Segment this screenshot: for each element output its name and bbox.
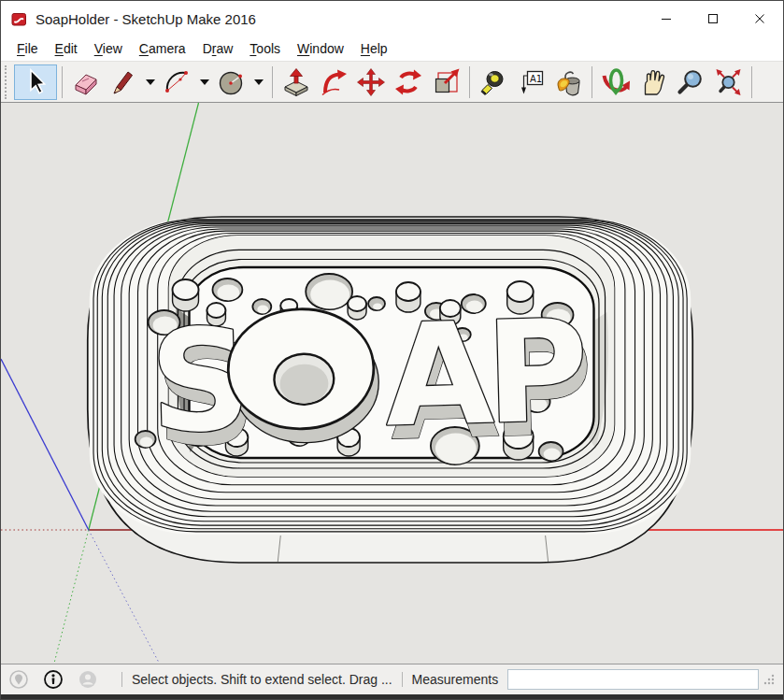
text-tool-button[interactable]: A1 <box>512 64 549 100</box>
select-tool-button[interactable] <box>14 64 57 100</box>
scale-tool-button[interactable] <box>427 64 464 100</box>
eraser-tool-button[interactable] <box>67 64 105 100</box>
pan-hand-icon <box>638 67 668 97</box>
move-tool-button[interactable] <box>352 64 390 100</box>
circle-tool-button[interactable] <box>213 64 250 100</box>
arc-tool-dropdown[interactable] <box>196 64 213 100</box>
circle-tool-dropdown[interactable] <box>250 64 267 100</box>
push-pull-icon <box>281 67 311 97</box>
pencil-icon <box>108 67 138 97</box>
zoom-tool-button[interactable] <box>672 64 709 100</box>
menu-item-draw[interactable]: Draw <box>194 39 242 58</box>
menu-item-help[interactable]: Help <box>352 39 396 58</box>
statusbar-separator <box>121 672 122 687</box>
sketchup-window: SoapHolder - SketchUp Make 2016 FileEdit… <box>0 0 784 700</box>
menu-item-file[interactable]: File <box>8 39 47 58</box>
model-info-icon[interactable] <box>43 669 64 690</box>
toolbar-separator <box>592 66 592 98</box>
geolocation-icon[interactable] <box>8 669 29 690</box>
status-bar: Select objects. Shift to extend select. … <box>1 664 783 694</box>
select-arrow-icon <box>21 67 50 97</box>
text-tool-icon: A1 <box>516 67 546 97</box>
minimize-button[interactable] <box>643 1 690 36</box>
status-hint: Select objects. Shift to extend select. … <box>132 672 392 687</box>
maximize-button[interactable] <box>690 1 736 36</box>
orbit-icon <box>601 67 631 97</box>
paint-bucket-tool-button[interactable] <box>549 64 587 100</box>
menu-item-view[interactable]: View <box>86 39 131 58</box>
line-tool-button[interactable] <box>105 64 142 100</box>
peg-top <box>348 296 366 311</box>
orbit-tool-button[interactable] <box>597 64 634 100</box>
menu-item-tools[interactable]: Tools <box>241 39 289 58</box>
zoom-extents-icon <box>713 67 743 97</box>
follow-me-tool-button[interactable] <box>315 64 352 100</box>
menu-item-edit[interactable]: Edit <box>47 39 86 58</box>
menu-item-camera[interactable]: Camera <box>131 39 194 58</box>
maximize-icon <box>707 13 719 24</box>
measurements-label: Measurements <box>412 672 499 687</box>
peg-top <box>173 279 199 300</box>
window-bottom-border <box>1 694 783 700</box>
chevron-down-icon <box>200 79 209 85</box>
zoom-extents-tool-button[interactable] <box>709 64 747 100</box>
toolbar-separator <box>751 66 752 98</box>
close-icon <box>754 13 765 24</box>
arc-tool-button[interactable] <box>159 64 196 100</box>
soap-holder-model: SAPSAP <box>1 103 783 664</box>
push-pull-tool-button[interactable] <box>278 64 315 100</box>
model-viewport[interactable]: SAPSAP <box>1 103 783 664</box>
toolbar-separator <box>469 66 470 98</box>
eraser-icon <box>71 67 101 97</box>
svg-text:AP: AP <box>383 290 585 458</box>
resize-grip[interactable] <box>763 673 776 686</box>
menu-item-window[interactable]: Window <box>289 39 352 58</box>
svg-text:A1: A1 <box>530 73 542 83</box>
zoom-icon <box>676 67 706 97</box>
paint-bucket-icon <box>553 67 583 97</box>
blue-axis-dotted <box>89 530 160 664</box>
rotate-icon <box>393 67 423 97</box>
move-icon <box>356 67 386 97</box>
circle-icon <box>217 67 247 97</box>
follow-me-icon <box>319 67 349 97</box>
sketchup-logo-icon <box>11 11 27 27</box>
tape-measure-tool-button[interactable] <box>475 64 512 100</box>
scale-icon <box>431 67 461 97</box>
minimize-icon <box>661 13 672 24</box>
toolbar: A1 <box>1 61 783 103</box>
toolbar-gripper[interactable] <box>5 65 10 99</box>
title-bar: SoapHolder - SketchUp Make 2016 <box>1 1 783 36</box>
caption-buttons <box>643 1 783 36</box>
chevron-down-icon <box>254 79 264 85</box>
line-tool-dropdown[interactable] <box>142 64 159 100</box>
toolbar-separator <box>62 66 63 98</box>
statusbar-separator <box>402 672 403 687</box>
tape-measure-icon <box>478 67 508 97</box>
pan-tool-button[interactable] <box>634 64 672 100</box>
rotate-tool-button[interactable] <box>390 64 427 100</box>
measurements-input[interactable] <box>507 669 759 690</box>
toolbar-separator <box>272 66 273 98</box>
chevron-down-icon <box>146 79 155 85</box>
window-title: SoapHolder - SketchUp Make 2016 <box>36 11 256 27</box>
close-button[interactable] <box>736 1 783 36</box>
menu-bar: FileEditViewCameraDrawToolsWindowHelp <box>1 36 783 61</box>
sign-in-person-icon[interactable] <box>78 669 98 690</box>
arc-icon <box>163 67 192 97</box>
green-axis-dotted <box>54 530 89 664</box>
blue-axis <box>1 359 89 530</box>
